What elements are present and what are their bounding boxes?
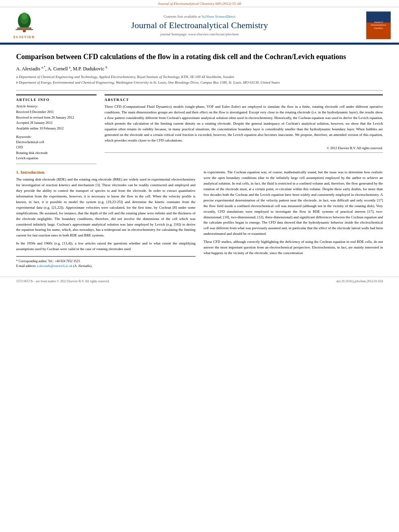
- elsevier-label: ELSEVIER: [13, 35, 35, 39]
- history-line-0: Received 8 December 2011: [16, 109, 97, 115]
- elsevier-tree-icon: [13, 12, 35, 34]
- history-line-1: Received in revised form 26 January 2012: [16, 115, 97, 121]
- footnote-email: E-mail address: a.alexiadis@warwick.ac.u…: [16, 264, 195, 269]
- footer-doi: doi:10.1016/j.jelechem.2012.01.024: [336, 279, 383, 283]
- body-col-left: 1. Introduction The rotating disk electr…: [16, 170, 195, 269]
- footer-issn: 1572-6657/$ – see front matter © 2012 El…: [16, 279, 110, 283]
- keyword-1: CFD: [16, 145, 97, 150]
- history-line-2: Accepted 28 January 2012: [16, 120, 97, 126]
- keyword-0: Electrochemical cell: [16, 140, 97, 145]
- section1-para-0: The rotating disk electrode (RDE) and th…: [16, 177, 195, 238]
- keywords-label: Keywords:: [16, 135, 97, 139]
- journal-logo-right: Journal ofElectroanalyticalChemistry: [359, 11, 391, 39]
- journal-main-title: Journal of Electroanalytical Chemistry: [40, 20, 359, 31]
- article-info-title: ARTICLE INFO: [16, 98, 97, 102]
- article-content: Comparison between CFD calculations of t…: [0, 45, 399, 277]
- history-label: Article history:: [16, 104, 97, 108]
- email-author: (A. Alexiadis).: [73, 264, 92, 268]
- page: Journal of Electroanalytical Chemistry 6…: [0, 0, 399, 532]
- body-section: 1. Introduction The rotating disk electr…: [16, 170, 383, 269]
- footnote-corresponding: * Corresponding author. Tel.: +44 024 76…: [16, 259, 195, 264]
- abstract-text: Three CFD (Computational Fluid Dynamics)…: [105, 104, 383, 144]
- svg-rect-5: [16, 29, 33, 30]
- copyright-line: © 2012 Elsevier B.V. All rights reserved…: [105, 146, 383, 150]
- article-info-box: ARTICLE INFO Article history: Received 8…: [16, 94, 97, 164]
- journal-homepage: journal homepage: www.elsevier.com/locat…: [40, 32, 359, 36]
- section1-col2-para-0: in experiments. The Cochran equation was…: [204, 170, 383, 237]
- section1-para-1: In the 1950s and 1960s (e.g. [13,4]), a …: [16, 241, 195, 252]
- journal-header: ELSEVIER Contents lists available at Sci…: [0, 7, 399, 43]
- keyword-2: Rotating disk electrode: [16, 150, 97, 156]
- affiliation-b: b Department of Energy, Environmental an…: [16, 80, 383, 86]
- body-col-right: in experiments. The Cochran equation was…: [204, 170, 383, 269]
- journal-ref-text: Journal of Electroanalytical Chemistry 6…: [158, 2, 241, 6]
- page-footer: 1572-6657/$ – see front matter © 2012 El…: [0, 277, 399, 286]
- elsevier-logo: ELSEVIER: [8, 12, 40, 39]
- abstract-box: ABSTRACT Three CFD (Computational Fluid …: [105, 94, 383, 153]
- sciverse-line: Contents lists available at SciVerse Sci…: [40, 14, 359, 18]
- affiliations: a Department of Chemical Engineering and…: [16, 74, 383, 85]
- article-info-col: ARTICLE INFO Article history: Received 8…: [16, 94, 97, 164]
- journal-ref-bar: Journal of Electroanalytical Chemistry 6…: [0, 0, 399, 7]
- email-link[interactable]: a.alexiadis@warwick.ac.uk: [37, 264, 72, 268]
- info-abstract-section: ARTICLE INFO Article history: Received 8…: [16, 94, 383, 164]
- affiliation-a: a Department of Chemical Engineering and…: [16, 74, 383, 80]
- footnotes: * Corresponding author. Tel.: +44 024 76…: [16, 256, 195, 269]
- article-title: Comparison between CFD calculations of t…: [16, 52, 383, 62]
- authors-line: A. Alexiadis a,*, A. Cornell a, M.P. Dud…: [16, 66, 383, 72]
- logo-title: Journal ofElectroanalyticalChemistry: [371, 21, 386, 29]
- abstract-col: ABSTRACT Three CFD (Computational Fluid …: [105, 94, 383, 164]
- journal-title-block: Contents lists available at SciVerse Sci…: [40, 14, 359, 36]
- keywords-section: Keywords: Electrochemical cell CFD Rotat…: [16, 135, 97, 161]
- section1-heading: 1. Introduction: [16, 170, 195, 175]
- journal-logo-box: Journal ofElectroanalyticalChemistry: [366, 11, 391, 39]
- keyword-3: Levich equation: [16, 156, 97, 161]
- section-divider: [16, 90, 383, 90]
- svg-rect-4: [17, 27, 31, 29]
- svg-point-3: [21, 12, 27, 20]
- section1-col2-para-1: These CFD studies, although correctly hi…: [204, 239, 383, 256]
- abstract-title: ABSTRACT: [105, 98, 383, 102]
- history-line-3: Available online 10 February 2012: [16, 126, 97, 131]
